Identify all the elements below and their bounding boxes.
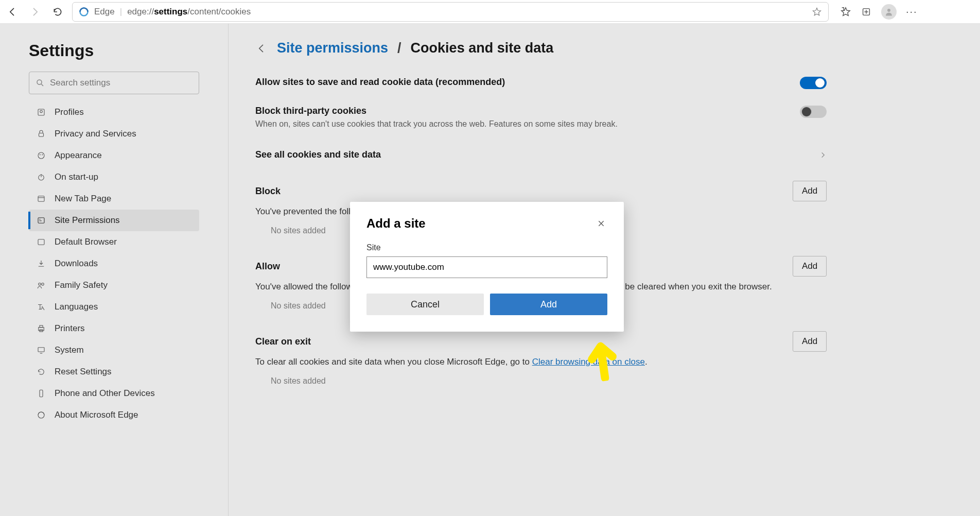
dialog-site-label: Site: [366, 243, 607, 252]
app-name: Edge: [94, 7, 115, 17]
dialog-title: Add a site: [366, 216, 426, 231]
refresh-button[interactable]: [49, 4, 66, 20]
favorite-star-icon[interactable]: [812, 7, 822, 17]
svg-rect-12: [38, 218, 44, 223]
add-site-dialog: Add a site Site Cancel Add: [350, 202, 624, 332]
annotation-arrow-icon: [579, 332, 626, 384]
dialog-site-input[interactable]: [366, 256, 607, 278]
collections-icon[interactable]: [861, 6, 872, 18]
profile-avatar[interactable]: [881, 4, 897, 20]
allow-cookies-toggle[interactable]: [800, 77, 827, 89]
edge-logo-icon: [79, 7, 89, 17]
forward-button[interactable]: [27, 4, 43, 20]
more-menu-icon[interactable]: ···: [906, 6, 918, 18]
sidebar-item-label: Site Permissions: [55, 215, 120, 226]
favorites-icon[interactable]: [840, 6, 851, 18]
address-bar[interactable]: Edge | edge://settings/content/cookies: [72, 2, 829, 22]
url-text: edge://settings/content/cookies: [127, 7, 251, 17]
svg-point-2: [887, 9, 890, 12]
back-button[interactable]: [4, 4, 21, 20]
dialog-add-button[interactable]: Add: [490, 294, 607, 315]
permissions-icon: [36, 216, 46, 225]
addr-separator: |: [120, 7, 122, 17]
dialog-close-button[interactable]: [595, 217, 607, 230]
dialog-cancel-button[interactable]: Cancel: [366, 294, 484, 315]
sidebar-item-site-permissions[interactable]: Site Permissions: [29, 210, 199, 231]
browser-toolbar: Edge | edge://settings/content/cookies ·…: [0, 0, 980, 24]
block-3p-toggle[interactable]: [800, 106, 827, 118]
